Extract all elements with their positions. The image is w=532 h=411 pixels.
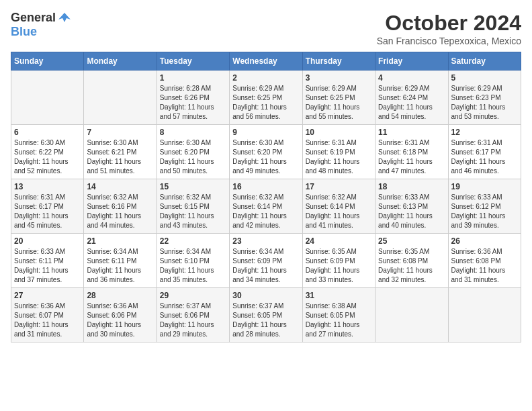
logo: General Blue — [11, 11, 72, 39]
day-cell — [84, 71, 157, 125]
day-cell — [375, 288, 448, 342]
title-area: October 2024 San Francisco Tepexoxica, M… — [377, 11, 521, 46]
day-info: Sunrise: 6:32 AM Sunset: 6:14 PM Dayligh… — [232, 193, 299, 230]
day-info: Sunrise: 6:33 AM Sunset: 6:11 PM Dayligh… — [14, 247, 81, 285]
day-info: Sunrise: 6:29 AM Sunset: 6:25 PM Dayligh… — [232, 84, 299, 122]
day-number: 27 — [14, 291, 81, 300]
day-number: 15 — [160, 182, 226, 191]
day-cell: 27Sunrise: 6:36 AM Sunset: 6:07 PM Dayli… — [11, 288, 84, 342]
day-number: 17 — [306, 182, 372, 191]
day-cell: 10Sunrise: 6:31 AM Sunset: 6:19 PM Dayli… — [302, 125, 375, 179]
day-cell: 7Sunrise: 6:30 AM Sunset: 6:21 PM Daylig… — [84, 125, 157, 179]
header-cell-tuesday: Tuesday — [157, 52, 229, 71]
day-cell: 13Sunrise: 6:31 AM Sunset: 6:17 PM Dayli… — [11, 179, 84, 234]
day-number: 31 — [306, 291, 372, 300]
day-info: Sunrise: 6:32 AM Sunset: 6:16 PM Dayligh… — [87, 193, 153, 230]
day-info: Sunrise: 6:36 AM Sunset: 6:07 PM Dayligh… — [14, 302, 81, 339]
day-info: Sunrise: 6:37 AM Sunset: 6:06 PM Dayligh… — [160, 302, 226, 339]
day-info: Sunrise: 6:38 AM Sunset: 6:05 PM Dayligh… — [306, 302, 372, 339]
day-number: 10 — [306, 128, 372, 137]
day-cell: 5Sunrise: 6:29 AM Sunset: 6:23 PM Daylig… — [448, 71, 521, 125]
day-info: Sunrise: 6:36 AM Sunset: 6:08 PM Dayligh… — [451, 247, 518, 285]
day-number: 24 — [306, 236, 372, 246]
day-number: 28 — [87, 291, 153, 300]
header-cell-thursday: Thursday — [302, 52, 375, 71]
day-number: 14 — [87, 182, 153, 191]
day-info: Sunrise: 6:31 AM Sunset: 6:18 PM Dayligh… — [378, 138, 445, 176]
day-cell: 20Sunrise: 6:33 AM Sunset: 6:11 PM Dayli… — [11, 234, 84, 288]
day-cell: 8Sunrise: 6:30 AM Sunset: 6:20 PM Daylig… — [157, 125, 229, 179]
day-cell: 21Sunrise: 6:34 AM Sunset: 6:11 PM Dayli… — [84, 234, 157, 288]
day-info: Sunrise: 6:32 AM Sunset: 6:14 PM Dayligh… — [306, 193, 372, 230]
logo-general: General — [11, 11, 56, 25]
day-info: Sunrise: 6:33 AM Sunset: 6:13 PM Dayligh… — [378, 193, 445, 230]
week-row: 13Sunrise: 6:31 AM Sunset: 6:17 PM Dayli… — [11, 179, 521, 234]
day-number: 30 — [232, 291, 299, 300]
week-row: 27Sunrise: 6:36 AM Sunset: 6:07 PM Dayli… — [11, 288, 521, 342]
logo-blue: Blue — [11, 25, 37, 38]
month-title: October 2024 — [377, 11, 521, 36]
day-cell: 4Sunrise: 6:29 AM Sunset: 6:24 PM Daylig… — [375, 71, 448, 125]
day-number: 18 — [378, 182, 445, 191]
day-info: Sunrise: 6:29 AM Sunset: 6:25 PM Dayligh… — [306, 84, 372, 122]
header-cell-saturday: Saturday — [448, 52, 521, 71]
day-info: Sunrise: 6:32 AM Sunset: 6:15 PM Dayligh… — [160, 193, 226, 230]
day-info: Sunrise: 6:30 AM Sunset: 6:20 PM Dayligh… — [160, 138, 226, 176]
day-info: Sunrise: 6:35 AM Sunset: 6:09 PM Dayligh… — [306, 247, 372, 285]
day-cell: 12Sunrise: 6:31 AM Sunset: 6:17 PM Dayli… — [448, 125, 521, 179]
day-info: Sunrise: 6:33 AM Sunset: 6:12 PM Dayligh… — [451, 193, 518, 230]
day-cell: 26Sunrise: 6:36 AM Sunset: 6:08 PM Dayli… — [448, 234, 521, 288]
day-number: 3 — [306, 73, 372, 83]
day-number: 11 — [378, 128, 445, 137]
day-cell — [11, 71, 84, 125]
day-number: 5 — [451, 73, 518, 83]
day-cell: 29Sunrise: 6:37 AM Sunset: 6:06 PM Dayli… — [157, 288, 229, 342]
day-number: 7 — [87, 128, 153, 137]
header-cell-sunday: Sunday — [11, 52, 84, 71]
day-cell: 3Sunrise: 6:29 AM Sunset: 6:25 PM Daylig… — [302, 71, 375, 125]
day-cell: 23Sunrise: 6:34 AM Sunset: 6:09 PM Dayli… — [230, 234, 302, 288]
day-info: Sunrise: 6:29 AM Sunset: 6:23 PM Dayligh… — [451, 84, 518, 122]
day-cell: 18Sunrise: 6:33 AM Sunset: 6:13 PM Dayli… — [375, 179, 448, 234]
day-info: Sunrise: 6:29 AM Sunset: 6:24 PM Dayligh… — [378, 84, 445, 122]
day-cell: 15Sunrise: 6:32 AM Sunset: 6:15 PM Dayli… — [157, 179, 229, 234]
day-number: 21 — [87, 236, 153, 246]
day-info: Sunrise: 6:34 AM Sunset: 6:11 PM Dayligh… — [87, 247, 153, 285]
day-cell: 2Sunrise: 6:29 AM Sunset: 6:25 PM Daylig… — [230, 71, 302, 125]
calendar-table: SundayMondayTuesdayWednesdayThursdayFrid… — [11, 52, 521, 342]
header-row: SundayMondayTuesdayWednesdayThursdayFrid… — [11, 52, 521, 71]
day-info: Sunrise: 6:31 AM Sunset: 6:19 PM Dayligh… — [306, 138, 372, 176]
day-cell: 28Sunrise: 6:36 AM Sunset: 6:06 PM Dayli… — [84, 288, 157, 342]
day-info: Sunrise: 6:31 AM Sunset: 6:17 PM Dayligh… — [451, 138, 518, 176]
day-number: 4 — [378, 73, 445, 83]
day-info: Sunrise: 6:37 AM Sunset: 6:05 PM Dayligh… — [232, 302, 299, 339]
day-cell: 9Sunrise: 6:30 AM Sunset: 6:20 PM Daylig… — [230, 125, 302, 179]
day-info: Sunrise: 6:30 AM Sunset: 6:22 PM Dayligh… — [14, 138, 81, 176]
day-cell: 25Sunrise: 6:35 AM Sunset: 6:08 PM Dayli… — [375, 234, 448, 288]
day-info: Sunrise: 6:30 AM Sunset: 6:21 PM Dayligh… — [87, 138, 153, 176]
header-cell-monday: Monday — [84, 52, 157, 71]
day-info: Sunrise: 6:28 AM Sunset: 6:26 PM Dayligh… — [160, 84, 226, 122]
day-number: 6 — [14, 128, 81, 137]
day-number: 25 — [378, 236, 445, 246]
day-cell: 1Sunrise: 6:28 AM Sunset: 6:26 PM Daylig… — [157, 71, 229, 125]
day-info: Sunrise: 6:35 AM Sunset: 6:08 PM Dayligh… — [378, 247, 445, 285]
day-number: 16 — [232, 182, 299, 191]
day-info: Sunrise: 6:30 AM Sunset: 6:20 PM Dayligh… — [232, 138, 299, 176]
day-number: 9 — [232, 128, 299, 137]
location-subtitle: San Francisco Tepexoxica, Mexico — [377, 36, 521, 46]
day-cell: 31Sunrise: 6:38 AM Sunset: 6:05 PM Dayli… — [302, 288, 375, 342]
day-info: Sunrise: 6:34 AM Sunset: 6:09 PM Dayligh… — [232, 247, 299, 285]
day-cell: 24Sunrise: 6:35 AM Sunset: 6:09 PM Dayli… — [302, 234, 375, 288]
header-cell-wednesday: Wednesday — [230, 52, 302, 71]
week-row: 6Sunrise: 6:30 AM Sunset: 6:22 PM Daylig… — [11, 125, 521, 179]
day-number: 20 — [14, 236, 81, 246]
day-cell: 30Sunrise: 6:37 AM Sunset: 6:05 PM Dayli… — [230, 288, 302, 342]
week-row: 20Sunrise: 6:33 AM Sunset: 6:11 PM Dayli… — [11, 234, 521, 288]
page-header: General Blue October 2024 San Francisco … — [11, 11, 521, 46]
day-number: 1 — [160, 73, 226, 83]
calendar-header: SundayMondayTuesdayWednesdayThursdayFrid… — [11, 52, 521, 71]
day-cell: 6Sunrise: 6:30 AM Sunset: 6:22 PM Daylig… — [11, 125, 84, 179]
day-number: 8 — [160, 128, 226, 137]
calendar-body: 1Sunrise: 6:28 AM Sunset: 6:26 PM Daylig… — [11, 71, 521, 342]
